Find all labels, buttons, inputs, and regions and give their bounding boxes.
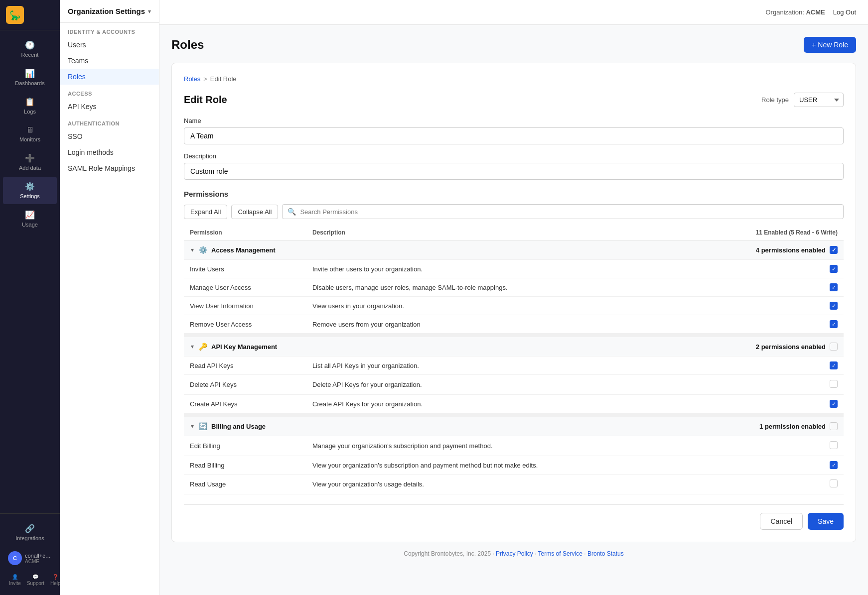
remove-user-access-checkbox[interactable]: ✓ (830, 320, 838, 328)
billing-usage-checkbox[interactable] (830, 422, 838, 430)
avatar: C (8, 551, 22, 565)
table-row: Edit Billing Manage your organization's … (184, 436, 844, 456)
col-permission: Permission (184, 225, 306, 240)
new-role-button[interactable]: + New Role (804, 37, 856, 53)
sidebar-item-settings-label: Settings (20, 193, 40, 199)
billing-usage-count-cell: 1 permission enabled (691, 415, 844, 436)
description-input[interactable] (184, 163, 844, 180)
role-type-select[interactable]: USER ADMIN VIEWER (794, 93, 844, 107)
privacy-policy-link[interactable]: Privacy Policy (496, 550, 533, 557)
logout-button[interactable]: Log Out (833, 8, 856, 16)
search-permissions-input[interactable] (300, 208, 838, 216)
delete-api-keys-checkbox-cell (691, 375, 844, 395)
breadcrumb-roles-link[interactable]: Roles (184, 75, 200, 83)
breadcrumb-current: Edit Role (210, 75, 237, 83)
sidebar-item-logs-label: Logs (24, 109, 36, 115)
sidebar-item-saml-role-mappings[interactable]: SAML Role Mappings (60, 160, 159, 176)
manage-user-access-checkbox[interactable]: ✓ (830, 283, 838, 291)
sidebar-item-integrations[interactable]: 🔗 Integrations (7, 519, 53, 546)
section-label-identity: IDENTITY & ACCOUNTS (60, 23, 159, 37)
permissions-table: Permission Description 11 Enabled (5 Rea… (184, 225, 844, 494)
edit-billing-checkbox[interactable] (830, 441, 838, 449)
edit-role-header: Edit Role Role type USER ADMIN VIEWER (184, 93, 844, 107)
permissions-table-body: ▾ ⚙️ Access Management 4 permissions ena… (184, 240, 844, 494)
sidebar-item-recent-label: Recent (21, 52, 39, 58)
sidebar-item-logs[interactable]: 📋 Logs (3, 92, 57, 119)
name-input[interactable] (184, 127, 844, 144)
monitors-icon: 🖥 (26, 125, 34, 134)
support-btn[interactable]: 💬 Support (24, 571, 47, 589)
description-form-group: Description (184, 152, 844, 180)
sidebar-nav: 🕐 Recent 📊 Dashboards 📋 Logs 🖥 Monitors … (0, 30, 60, 513)
edit-role-title: Edit Role (184, 94, 227, 106)
access-management-checkbox[interactable]: ✓ (830, 246, 838, 254)
manage-user-access-name: Manage User Access (184, 278, 306, 297)
search-box: 🔍 (282, 204, 844, 219)
sidebar-bottom: 🔗 Integrations C conall+cs@bront... ACME… (0, 513, 60, 595)
api-key-icon: 🔑 (199, 343, 207, 351)
cancel-button[interactable]: Cancel (760, 513, 803, 530)
breadcrumb-separator: > (203, 75, 207, 83)
permissions-toolbar: Expand All Collapse All 🔍 (184, 204, 844, 219)
second-sidebar-header: Organization Settings ▾ (60, 0, 159, 23)
api-key-management-checkbox[interactable] (830, 343, 838, 351)
read-billing-checkbox[interactable]: ✓ (830, 461, 838, 469)
access-management-chevron[interactable]: ▾ (190, 245, 195, 254)
sidebar-item-settings[interactable]: ⚙️ Settings (3, 177, 57, 204)
col-description: Description (306, 225, 691, 240)
group-row-billing-usage: ▾ 🔄 Billing and Usage 1 permission enabl… (184, 415, 844, 436)
sidebar-item-sso[interactable]: SSO (60, 128, 159, 144)
create-api-keys-checkbox[interactable]: ✓ (830, 400, 838, 408)
bronto-logo-icon: 🦕 (6, 6, 24, 24)
footer-actions: Cancel Save (184, 504, 844, 530)
sidebar-item-roles[interactable]: Roles (60, 69, 159, 85)
edit-billing-desc: Manage your organization's subscription … (306, 436, 691, 456)
api-key-management-count-cell: 2 permissions enabled (691, 335, 844, 357)
view-user-info-checkbox[interactable]: ✓ (830, 302, 838, 310)
expand-all-button[interactable]: Expand All (184, 205, 227, 219)
group-row-access-management: ▾ ⚙️ Access Management 4 permissions ena… (184, 240, 844, 260)
delete-api-keys-checkbox[interactable] (830, 380, 838, 388)
table-row: Delete API Keys Delete API Keys for your… (184, 375, 844, 395)
description-label: Description (184, 152, 844, 160)
invite-users-checkbox-cell: ✓ (691, 260, 844, 278)
permissions-title: Permissions (184, 190, 844, 198)
copyright-text: Copyright Brontobytes, Inc. 2025 · (404, 550, 494, 557)
read-api-keys-checkbox[interactable]: ✓ (830, 361, 838, 369)
sidebar-item-monitors[interactable]: 🖥 Monitors (3, 120, 57, 147)
sidebar-item-login-methods[interactable]: Login methods (60, 144, 159, 160)
sidebar-item-add-data-label: Add data (19, 165, 41, 171)
remove-user-access-name: Remove User Access (184, 315, 306, 336)
group-api-key-header: ▾ 🔑 API Key Management (184, 335, 691, 357)
access-management-name: Access Management (211, 246, 276, 254)
collapse-all-button[interactable]: Collapse All (231, 205, 278, 219)
group-billing-usage-header: ▾ 🔄 Billing and Usage (184, 415, 691, 436)
billing-usage-chevron[interactable]: ▾ (190, 422, 195, 431)
save-button[interactable]: Save (808, 513, 844, 530)
sidebar-item-users[interactable]: Users (60, 37, 159, 53)
table-row: Create API Keys Create API Keys for your… (184, 395, 844, 415)
bronto-status-link[interactable]: Bronto Status (587, 550, 624, 557)
read-billing-name: Read Billing (184, 456, 306, 475)
search-icon: 🔍 (288, 208, 296, 216)
terms-link[interactable]: Terms of Service (538, 550, 582, 557)
invite-btn[interactable]: 👤 Invite (6, 571, 24, 589)
manage-user-access-desc: Disable users, manage user roles, manage… (306, 278, 691, 297)
sidebar-item-add-data[interactable]: ➕ Add data (3, 148, 57, 176)
api-key-management-chevron[interactable]: ▾ (190, 342, 195, 351)
name-form-group: Name (184, 117, 844, 144)
sidebar-item-teams[interactable]: Teams (60, 53, 159, 69)
page-header: Roles + New Role (171, 37, 856, 53)
view-user-info-desc: View users in your organization. (306, 297, 691, 315)
read-usage-checkbox[interactable] (830, 479, 838, 487)
section-label-authentication: AUTHENTICATION (60, 115, 159, 128)
logs-icon: 📋 (25, 97, 35, 107)
sidebar-item-api-keys[interactable]: API Keys (60, 99, 159, 115)
sidebar-item-recent[interactable]: 🕐 Recent (3, 35, 57, 63)
sidebar-item-dashboards[interactable]: 📊 Dashboards (3, 64, 57, 91)
invite-users-checkbox[interactable]: ✓ (830, 265, 838, 273)
role-type-label: Role type (761, 96, 789, 104)
add-icon: ➕ (25, 153, 35, 163)
section-access: ACCESS API Keys (60, 85, 159, 115)
sidebar-item-usage[interactable]: 📈 Usage (3, 205, 57, 233)
